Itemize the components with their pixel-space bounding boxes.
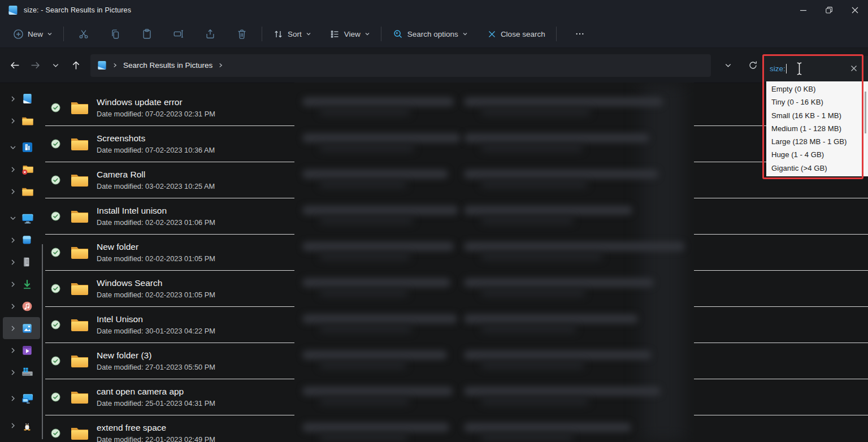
search-suggestion[interactable]: Tiny (0 - 16 KB) [766,96,868,109]
refresh-button[interactable] [743,56,763,75]
sort-button[interactable]: Sort [268,25,316,43]
sync-ok-icon [51,139,60,149]
new-button[interactable]: New [8,25,58,43]
chevron-right-icon[interactable] [10,144,16,151]
search-suggestion[interactable]: Small (16 KB - 1 MB) [766,109,868,122]
sidebar-item-folder[interactable] [3,110,40,132]
file-date: Date modified: 02-02-2023 01:06 PM [97,218,215,227]
chevron-right-icon[interactable] [10,259,16,266]
ellipsis-icon [575,29,585,39]
view-icon [329,29,340,40]
sidebar-item-folder[interactable] [3,180,40,202]
file-date: Date modified: 27-01-2023 05:50 PM [97,363,215,371]
sidebar-item-network[interactable] [3,387,40,409]
paste-button[interactable] [136,24,158,44]
chevron-right-icon[interactable] [10,118,16,124]
chevron-right-icon[interactable] [10,303,16,310]
file-name: extend free space [97,423,215,433]
network-icon [21,392,34,405]
minimize-button[interactable] [790,0,816,20]
forward-button[interactable] [25,56,45,75]
chevron-right-icon[interactable] [10,281,16,288]
sidebar-item-desktop-blue[interactable] [3,229,40,251]
see-more-button[interactable] [569,24,591,44]
sidebar-item-folder-error[interactable] [3,158,40,180]
up-button[interactable] [66,56,86,75]
file-row[interactable]: Windows update error Date modified: 07-0… [45,90,868,126]
text-caret [786,64,787,73]
sidebar-item-videos[interactable] [3,339,40,361]
file-name: New folder (3) [97,350,215,361]
address-dropdown-button[interactable] [718,56,738,75]
documents-icon [21,255,34,268]
paste-icon [141,28,153,40]
file-row[interactable]: Intel Unison Date modified: 30-01-2023 0… [45,307,868,343]
sidebar-item-pictures[interactable] [3,317,40,339]
chevron-right-icon[interactable] [10,347,16,354]
file-row[interactable]: extend free space Date modified: 22-01-2… [45,415,868,442]
chevron-right-icon[interactable] [10,166,16,173]
folder-icon [70,389,89,405]
file-row[interactable]: Screenshots Date modified: 07-02-2023 10… [45,126,868,162]
sidebar-item-os-drive[interactable] [3,361,40,383]
breadcrumb-chevron-icon[interactable] [218,63,223,68]
chevron-right-icon[interactable] [10,395,16,402]
chevron-down-icon [364,31,370,37]
search-suggestion[interactable]: Medium (1 - 128 MB) [766,122,868,135]
search-suggestion[interactable]: Empty (0 KB) [766,83,868,96]
back-button[interactable] [5,56,25,75]
file-row[interactable]: Install Intel unison Date modified: 02-0… [45,198,868,235]
share-icon [205,28,216,40]
search-suggestion[interactable]: Large (128 MB - 1 GB) [766,135,868,148]
view-button[interactable]: View [324,25,375,43]
sidebar-scrollbar[interactable] [42,244,43,439]
file-row[interactable]: Camera Roll Date modified: 03-02-2023 10… [45,162,868,198]
file-row[interactable]: New folder (3) Date modified: 27-01-2023… [45,343,868,379]
sidebar-item-downloads[interactable] [3,273,40,295]
delete-button[interactable] [231,24,253,44]
cut-button[interactable] [73,24,94,44]
chevron-right-icon[interactable] [10,188,16,195]
folder-icon [70,209,89,224]
restore-button[interactable] [816,0,842,20]
chevron-down-icon [306,31,311,37]
file-date: Date modified: 25-01-2023 04:31 PM [97,399,215,408]
search-suggestion[interactable]: Gigantic (>4 GB) [766,162,868,175]
chevron-right-icon[interactable] [10,237,16,244]
close-search-button[interactable]: Close search [482,26,550,42]
refresh-icon [748,60,758,70]
chevron-right-icon[interactable] [10,215,16,222]
sidebar-item-music[interactable] [3,295,40,317]
sidebar-item-documents[interactable] [3,251,40,273]
recent-locations-button[interactable] [45,56,66,75]
file-row[interactable]: New folder Date modified: 02-02-2023 01:… [45,235,868,271]
sidebar-item-linux[interactable] [3,414,40,436]
chevron-right-icon[interactable] [10,422,16,429]
clear-search-button[interactable] [849,63,859,73]
share-button[interactable] [199,24,221,44]
file-explorer-window: size: - Search Results in Pictures New [0,0,868,442]
file-name: Intel Unison [97,314,215,324]
file-name: Screenshots [97,133,215,144]
chevron-right-icon[interactable] [10,96,16,102]
dropdown-scrollbar[interactable] [865,92,866,133]
search-options-icon [392,28,403,40]
chevron-right-icon[interactable] [10,325,16,332]
breadcrumb[interactable]: Search Results in Pictures [123,61,212,70]
search-options-button[interactable]: Search options [387,25,473,43]
file-row[interactable]: cant open camera app Date modified: 25-0… [45,379,868,415]
search-input-value[interactable]: size: [770,64,785,73]
search-box[interactable]: size: [763,56,868,81]
location-folder-icon [97,60,107,70]
rename-button[interactable] [168,24,189,44]
address-bar[interactable]: Search Results in Pictures [90,54,711,77]
sidebar-item-onedrive-document[interactable] [3,88,40,110]
sidebar-item-organization[interactable] [3,136,40,158]
copy-button[interactable] [105,24,126,44]
close-button[interactable] [842,0,868,20]
file-list: Windows update error Date modified: 07-0… [45,83,868,442]
file-row[interactable]: Windows Search Date modified: 02-02-2023… [45,271,868,307]
sidebar-item-this-pc[interactable] [3,207,40,229]
chevron-right-icon[interactable] [10,369,16,376]
search-suggestion[interactable]: Huge (1 - 4 GB) [766,148,868,161]
